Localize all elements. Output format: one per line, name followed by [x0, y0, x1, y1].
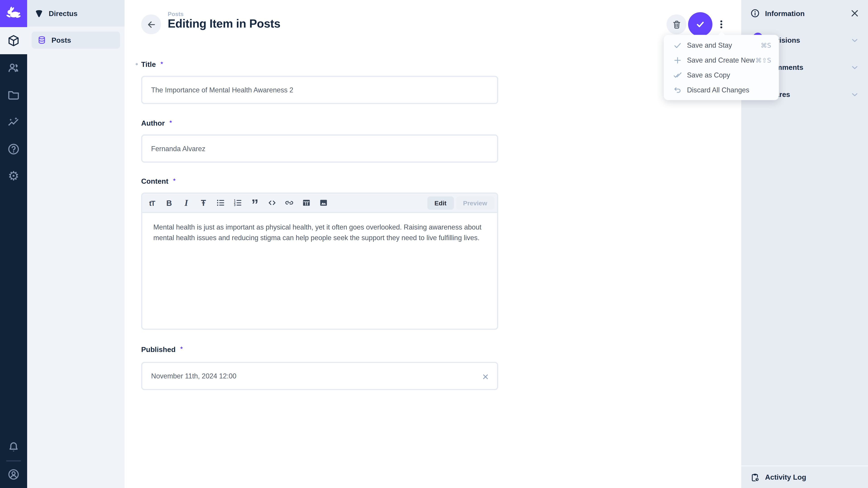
- undo-icon: [673, 86, 682, 94]
- image-icon[interactable]: [319, 198, 329, 207]
- editor-mode-tabs: Edit Preview: [427, 196, 494, 210]
- module-insights[interactable]: [0, 108, 27, 135]
- project-name: Directus: [49, 9, 78, 18]
- folder-icon: [7, 89, 20, 101]
- more-options-button[interactable]: [715, 14, 728, 34]
- trash-icon: [671, 19, 682, 30]
- shortcut-hint: ⌘S: [761, 41, 771, 49]
- directus-logo[interactable]: [0, 0, 27, 27]
- module-files[interactable]: [0, 81, 27, 108]
- editor-toolbar: 1 2 3: [142, 194, 497, 213]
- tab-preview[interactable]: Preview: [456, 196, 494, 210]
- activity-log-button[interactable]: Activity Log: [741, 465, 868, 488]
- check-icon: [694, 18, 706, 31]
- sidebar-item-label: Posts: [52, 36, 71, 44]
- menu-item-discard-all-changes[interactable]: Discard All Changes: [664, 83, 779, 97]
- code-icon[interactable]: [268, 198, 277, 207]
- user-menu-button[interactable]: [0, 461, 27, 488]
- tab-edit[interactable]: Edit: [427, 196, 454, 210]
- module-settings[interactable]: ⚙: [0, 163, 27, 190]
- bulleted-list-icon[interactable]: [216, 198, 225, 207]
- user-avatar-icon: [7, 468, 20, 481]
- box-icon: [7, 34, 20, 47]
- save-button[interactable]: [688, 12, 712, 37]
- module-bar: ⚙: [0, 0, 27, 488]
- insights-icon: [7, 116, 20, 128]
- navigation-sidebar: Directus Posts: [27, 0, 125, 488]
- title-label: Title: [141, 60, 163, 69]
- settings-icon: ⚙: [8, 170, 20, 183]
- rabbit-logo-icon: [5, 5, 22, 22]
- strikethrough-icon[interactable]: [199, 198, 208, 207]
- title-value: The Importance of Mental Health Awarenes…: [151, 86, 293, 94]
- chevron-down-icon: [850, 63, 859, 72]
- author-label: Author: [141, 119, 172, 127]
- content-textarea[interactable]: Mental health is just as important as ph…: [142, 214, 497, 330]
- plus-icon: [673, 56, 682, 64]
- notifications-button[interactable]: [0, 434, 27, 461]
- database-icon: [37, 35, 46, 45]
- link-icon[interactable]: [285, 198, 294, 207]
- help-icon: [7, 143, 20, 156]
- page-title: Editing Item in Posts: [168, 17, 280, 31]
- menu-item-save-and-create-new[interactable]: Save and Create New ⌘⇧S: [664, 53, 779, 68]
- check-icon: [673, 41, 682, 50]
- format-size-icon[interactable]: [147, 198, 157, 207]
- users-icon: [7, 61, 20, 74]
- numbered-list-icon[interactable]: 1 2 3: [233, 198, 243, 207]
- author-value: Fernanda Alvarez: [151, 144, 206, 152]
- project-icon: [34, 8, 44, 18]
- activity-log-icon: [750, 472, 760, 482]
- arrow-left-icon: [146, 19, 156, 30]
- published-label: Published: [141, 345, 183, 354]
- menu-item-save-as-copy[interactable]: Save as Copy: [664, 68, 779, 83]
- directus-app: ⚙ Directus: [0, 0, 868, 488]
- bold-icon[interactable]: [164, 198, 174, 207]
- main-content: Posts Editing Item in Posts: [125, 0, 741, 488]
- double-check-icon: [673, 70, 682, 79]
- author-input[interactable]: Fernanda Alvarez: [141, 134, 498, 163]
- table-icon[interactable]: [302, 198, 311, 207]
- published-input[interactable]: November 11th, 2024 12:00: [141, 362, 498, 390]
- breadcrumb[interactable]: Posts: [168, 11, 184, 17]
- title-input[interactable]: The Importance of Mental Health Awarenes…: [141, 76, 498, 104]
- shortcut-hint: ⌘⇧S: [755, 56, 771, 64]
- info-sidebar-title: Information: [765, 9, 804, 18]
- info-icon: [750, 8, 760, 18]
- info-sidebar-header: Information: [741, 0, 868, 27]
- activity-log-label: Activity Log: [765, 473, 806, 482]
- edited-indicator-dot: [135, 63, 138, 65]
- sidebar-item-posts[interactable]: Posts: [32, 32, 120, 49]
- module-content[interactable]: [0, 27, 27, 54]
- save-options-menu: Save and Stay ⌘S Save and Create New ⌘⇧S…: [664, 35, 779, 100]
- published-value: November 11th, 2024 12:00: [151, 372, 237, 380]
- markdown-editor: 1 2 3: [141, 193, 498, 330]
- bell-icon: [7, 441, 20, 454]
- more-vertical-icon: [716, 18, 727, 31]
- content-text: Mental health is just as important as ph…: [153, 222, 488, 243]
- clear-icon: [482, 373, 489, 381]
- chevron-down-icon: [850, 90, 859, 99]
- svg-text:3: 3: [234, 203, 236, 207]
- close-sidebar-button[interactable]: [850, 8, 860, 18]
- menu-item-save-and-stay[interactable]: Save and Stay ⌘S: [664, 38, 779, 53]
- content-label: Content: [141, 177, 176, 186]
- clear-date-button[interactable]: [482, 373, 489, 383]
- header-actions: [666, 12, 728, 37]
- delete-button[interactable]: [666, 14, 686, 34]
- italic-icon[interactable]: [182, 198, 191, 207]
- project-header[interactable]: Directus: [27, 0, 125, 27]
- chevron-down-icon: [850, 36, 859, 45]
- back-button[interactable]: [141, 14, 161, 34]
- module-users[interactable]: [0, 54, 27, 81]
- close-icon: [850, 8, 860, 18]
- blockquote-icon[interactable]: [250, 198, 260, 207]
- module-help[interactable]: [0, 135, 27, 163]
